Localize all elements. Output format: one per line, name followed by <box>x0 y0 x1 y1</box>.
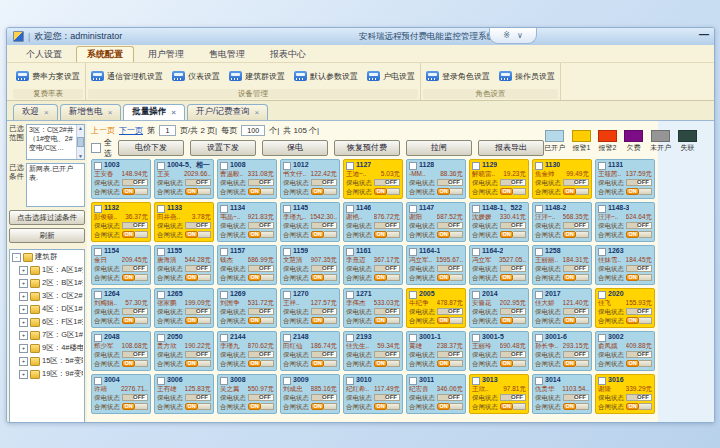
card-checkbox[interactable] <box>346 334 354 342</box>
toolbar-button[interactable]: 拉闸 <box>406 140 472 156</box>
on-badge[interactable]: ON <box>437 403 450 410</box>
meter-card[interactable]: 1134 韦晶~.. 921.83元 保电状态 OFF 合闸 <box>217 202 277 242</box>
power-keep-toggle[interactable]: OFF <box>563 394 589 401</box>
on-badge[interactable]: ON <box>248 274 261 281</box>
card-checkbox[interactable] <box>346 248 354 256</box>
on-badge[interactable]: ON <box>437 274 450 281</box>
on-badge[interactable]: ON <box>311 317 324 324</box>
power-keep-toggle[interactable]: OFF <box>248 222 274 229</box>
meter-card[interactable]: 3013 王欣.. 97.81元 保电状态 OFF 合闸状态 <box>469 374 529 414</box>
expand-icon[interactable]: + <box>19 292 28 301</box>
on-badge[interactable]: ON <box>185 188 198 195</box>
selected-condition-listbox[interactable]: 新网表.已开户表. <box>26 163 85 207</box>
card-checkbox[interactable] <box>283 162 291 170</box>
power-keep-toggle[interactable]: OFF <box>185 351 211 358</box>
meter-card[interactable]: 2193 佳先生.. 59.34元 保电状态 OFF 合闸状 <box>343 331 403 371</box>
on-badge[interactable]: ON <box>185 403 198 410</box>
meter-card[interactable]: 1161 李熹迈 367.17元 保电状态 OFF 合闸状态 <box>343 245 403 285</box>
card-checkbox[interactable] <box>598 334 606 342</box>
card-checkbox[interactable] <box>157 248 165 256</box>
switch-state-toggle[interactable]: ON <box>437 403 463 410</box>
tree-node[interactable]: + 2区：B区1#井/B区1 <box>12 278 83 288</box>
power-keep-toggle[interactable]: OFF <box>437 351 463 358</box>
document-tab[interactable]: 欢迎 × <box>13 104 58 120</box>
expand-icon[interactable]: + <box>19 305 28 314</box>
expand-icon[interactable]: + <box>19 266 28 275</box>
meter-card[interactable]: 3006 王有雄 125.83元 保电状态 OFF 合闸状态 <box>154 374 214 414</box>
card-checkbox[interactable] <box>472 291 480 299</box>
switch-state-toggle[interactable]: ON <box>563 403 589 410</box>
card-checkbox[interactable] <box>346 377 354 385</box>
document-tab[interactable]: 新增售电 × <box>60 104 122 120</box>
expand-icon[interactable]: + <box>19 331 28 340</box>
switch-state-toggle[interactable]: ON <box>374 274 400 281</box>
on-badge[interactable]: ON <box>185 317 198 324</box>
switch-state-toggle[interactable]: ON <box>563 274 589 281</box>
power-keep-toggle[interactable]: OFF <box>122 179 148 186</box>
tree-node[interactable]: + 7区：G区1#井 <box>12 330 83 340</box>
power-keep-toggle[interactable]: OFF <box>122 394 148 401</box>
card-checkbox[interactable] <box>472 162 480 170</box>
switch-state-toggle[interactable]: ON <box>374 188 400 195</box>
switch-state-toggle[interactable]: ON <box>311 403 337 410</box>
choose-filter-button[interactable]: 点击选择过滤条件 <box>9 210 85 225</box>
meter-card[interactable]: 1131 王筱茜.. 137.59元 保电状态 OFF 合闸 <box>595 159 655 199</box>
prev-page-link[interactable]: 上一页 <box>91 125 115 136</box>
on-badge[interactable]: ON <box>626 231 639 238</box>
ribbon-button[interactable]: 登录角色设置 <box>426 71 490 82</box>
meter-card[interactable]: 1164-2 冯立军 3527.05.. 保电状态 OFF <box>469 245 529 285</box>
switch-state-toggle[interactable]: ON <box>500 274 526 281</box>
power-keep-toggle[interactable]: OFF <box>563 265 589 272</box>
card-checkbox[interactable] <box>598 162 606 170</box>
chevron-down-icon[interactable]: ∨ <box>517 31 523 40</box>
close-icon[interactable]: × <box>108 108 113 117</box>
card-checkbox[interactable] <box>409 248 417 256</box>
meter-card[interactable]: 3016 谢隆 339.29元 保电状态 OFF 合闸状态 <box>595 374 655 414</box>
switch-state-toggle[interactable]: ON <box>437 360 463 367</box>
card-checkbox[interactable] <box>157 377 165 385</box>
next-page-link[interactable]: 下一页 <box>119 125 143 136</box>
on-badge[interactable]: ON <box>248 360 261 367</box>
meter-card[interactable]: 1155 唐海清 544.28元 保电状态 OFF 合闸状态 <box>154 245 214 285</box>
power-keep-toggle[interactable]: OFF <box>185 394 211 401</box>
on-badge[interactable]: ON <box>374 360 387 367</box>
power-keep-toggle[interactable]: OFF <box>248 265 274 272</box>
switch-state-toggle[interactable]: ON <box>626 360 652 367</box>
on-badge[interactable]: ON <box>311 274 324 281</box>
switch-state-toggle[interactable]: ON <box>437 188 463 195</box>
page-number-input[interactable] <box>159 125 176 136</box>
meter-card[interactable]: 2014 安晋花 202.95元 保电状态 OFF 合闸状态 <box>469 288 529 328</box>
card-checkbox[interactable] <box>409 334 417 342</box>
power-keep-toggle[interactable]: OFF <box>563 308 589 315</box>
card-checkbox[interactable] <box>94 291 102 299</box>
card-checkbox[interactable] <box>346 291 354 299</box>
power-keep-toggle[interactable]: OFF <box>374 222 400 229</box>
power-keep-toggle[interactable]: OFF <box>311 179 337 186</box>
meter-card[interactable]: 1012 书文仔.. 122.42元 保电状态 OFF 合闸 <box>280 159 340 199</box>
switch-state-toggle[interactable]: ON <box>248 317 274 324</box>
toolbar-button[interactable]: 电价下发 <box>118 140 184 156</box>
meter-card[interactable]: 3001-6 孙长争.. 293.15元 保电状态 OFF <box>532 331 592 371</box>
switch-state-toggle[interactable]: ON <box>311 231 337 238</box>
card-checkbox[interactable] <box>409 377 417 385</box>
switch-state-toggle[interactable]: ON <box>437 274 463 281</box>
on-badge[interactable]: ON <box>185 360 198 367</box>
power-keep-toggle[interactable]: OFF <box>437 179 463 186</box>
meter-card[interactable]: 2005 牛纪争 478.87元 保电状态 OFF 合闸状态 <box>406 288 466 328</box>
card-checkbox[interactable] <box>535 291 543 299</box>
ribbon-button[interactable]: 建筑群设置 <box>229 71 285 82</box>
meter-card[interactable]: 1003 王安春 148.94元 保电状态 OFF 合闸状态 <box>91 159 151 199</box>
card-checkbox[interactable] <box>535 248 543 256</box>
collapse-icon[interactable]: - <box>12 253 21 262</box>
card-checkbox[interactable] <box>598 205 606 213</box>
on-badge[interactable]: ON <box>437 188 450 195</box>
switch-state-toggle[interactable]: ON <box>248 231 274 238</box>
card-checkbox[interactable] <box>535 205 543 213</box>
meter-card[interactable]: 2148 田红仙 186.74元 保电状态 OFF 合闸状态 <box>280 331 340 371</box>
on-badge[interactable]: ON <box>374 403 387 410</box>
switch-state-toggle[interactable]: ON <box>248 403 274 410</box>
card-checkbox[interactable] <box>220 291 228 299</box>
close-icon[interactable]: × <box>171 108 176 117</box>
on-badge[interactable]: ON <box>500 231 513 238</box>
switch-state-toggle[interactable]: ON <box>311 274 337 281</box>
